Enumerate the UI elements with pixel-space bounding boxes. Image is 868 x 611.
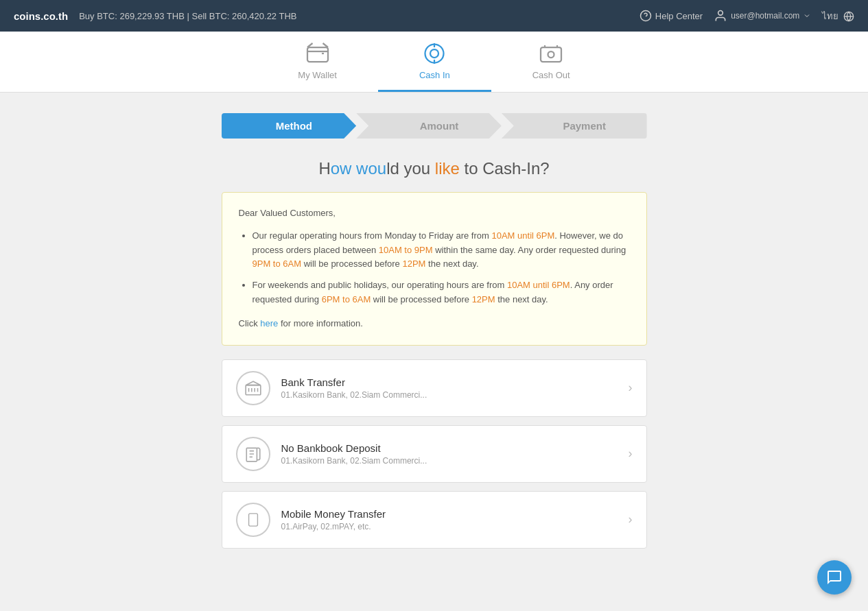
svg-rect-12	[246, 385, 261, 394]
notice-b1-p1: Our regular operating hours from Monday …	[253, 230, 492, 241]
step-amount-label: Amount	[420, 120, 459, 132]
no-bankbook-subtitle: 01.Kasikorn Bank, 02.Siam Commerci...	[281, 456, 629, 466]
notice-b1-h3: 9PM to 6AM	[253, 259, 302, 269]
svg-rect-17	[246, 448, 257, 462]
notice-box: Dear Valued Customers, Our regular opera…	[222, 192, 647, 346]
no-bankbook-title: No Bankbook Deposit	[281, 442, 629, 454]
site-logo[interactable]: coins.co.th	[14, 10, 68, 22]
notice-b1-h1: 10AM until 6PM	[491, 230, 554, 241]
heading-highlight1: ow wou	[331, 159, 386, 178]
language-selector[interactable]: ไทย	[822, 9, 854, 23]
svg-point-7	[430, 49, 438, 58]
notice-b2-p3: will be processed before	[371, 294, 471, 304]
svg-point-11	[548, 51, 554, 58]
notice-b1-h4: 12PM	[402, 259, 425, 269]
mobile-money-title: Mobile Money Transfer	[281, 508, 629, 520]
svg-point-2	[718, 11, 723, 16]
cash-in-icon	[422, 41, 447, 66]
bank-transfer-title: Bank Transfer	[281, 376, 629, 388]
steps-indicator: Method Amount Payment	[222, 113, 647, 139]
help-icon	[640, 10, 652, 22]
top-navigation: coins.co.th Buy BTC: 269,229.93 THB | Se…	[0, 0, 868, 32]
notice-click-here: Click here for more information.	[239, 317, 630, 331]
svg-rect-10	[541, 47, 561, 62]
mobile-money-subtitle: 01.AirPay, 02.mPAY, etc.	[281, 522, 629, 531]
notice-list: Our regular operating hours from Monday …	[239, 229, 630, 307]
help-center-link[interactable]: Help Center	[640, 10, 703, 22]
bank-transfer-text: Bank Transfer 01.Kasikorn Bank, 02.Siam …	[281, 376, 629, 400]
page-heading: How would you like to Cash-In?	[222, 159, 647, 178]
user-email: user@hotmail.com	[731, 11, 799, 21]
language-label: ไทย	[822, 11, 838, 21]
step-method[interactable]: Method	[222, 113, 357, 139]
tab-cash-in-label: Cash In	[419, 70, 450, 80]
sell-price: Sell BTC: 260,420.22 THB	[192, 11, 297, 21]
globe-icon	[843, 11, 854, 22]
chevron-down-icon	[803, 12, 811, 20]
notice-b2-h1: 10AM until 6PM	[507, 280, 570, 290]
no-bankbook-chevron: ›	[629, 446, 633, 461]
svg-rect-5	[307, 47, 328, 62]
mobile-money-chevron: ›	[629, 512, 633, 527]
notice-b2-h3: 12PM	[472, 294, 495, 304]
bank-transfer-icon	[236, 371, 270, 405]
mobile-money-option[interactable]: Mobile Money Transfer 01.AirPay, 02.mPAY…	[222, 491, 647, 549]
btc-prices: Buy BTC: 269,229.93 THB | Sell BTC: 260,…	[79, 11, 296, 21]
no-bankbook-option[interactable]: No Bankbook Deposit 01.Kasikorn Bank, 02…	[222, 425, 647, 483]
step-method-label: Method	[276, 120, 312, 132]
notice-item-1: Our regular operating hours from Monday …	[253, 229, 630, 272]
mobile-money-icon	[236, 503, 270, 537]
step-amount[interactable]: Amount	[356, 113, 502, 139]
buy-price: Buy BTC: 269,229.93 THB	[79, 11, 185, 21]
notice-b1-p3: within the same day. Any order requested…	[433, 245, 626, 255]
no-bankbook-icon	[236, 437, 270, 471]
notice-b2-h2: 6PM to 6AM	[322, 294, 371, 304]
tab-navigation: My Wallet Cash In Cash Out	[0, 32, 868, 93]
price-separator: |	[187, 11, 189, 21]
notice-b1-h2: 10AM to 9PM	[379, 245, 433, 255]
nav-right: Help Center user@hotmail.com ไทย	[640, 9, 854, 23]
bank-transfer-subtitle: 01.Kasikorn Bank, 02.Siam Commerci...	[281, 390, 629, 400]
heading-part2: ld you	[386, 159, 435, 178]
user-icon	[714, 9, 727, 23]
tab-cash-in[interactable]: Cash In	[378, 32, 491, 92]
click-text: Click	[239, 318, 261, 328]
notice-item-2: For weekends and public holidays, our op…	[253, 278, 630, 307]
notice-b1-p5: the next day.	[425, 259, 478, 269]
main-content: Method Amount Payment How would you like…	[215, 113, 654, 549]
chat-button[interactable]	[817, 560, 852, 569]
notice-greeting: Dear Valued Customers,	[239, 206, 630, 221]
no-bankbook-text: No Bankbook Deposit 01.Kasikorn Bank, 02…	[281, 442, 629, 466]
step-payment-label: Payment	[563, 120, 606, 132]
tab-cash-out[interactable]: Cash Out	[491, 32, 611, 92]
tab-my-wallet-label: My Wallet	[298, 70, 337, 80]
mobile-money-text: Mobile Money Transfer 01.AirPay, 02.mPAY…	[281, 508, 629, 531]
heading-part1: H	[318, 159, 330, 178]
notice-b1-p4: will be processed before	[301, 259, 402, 269]
bank-transfer-chevron: ›	[629, 381, 633, 395]
nav-left: coins.co.th Buy BTC: 269,229.93 THB | Se…	[14, 10, 296, 22]
help-center-label: Help Center	[655, 11, 703, 21]
heading-highlight2: like	[435, 159, 460, 178]
notice-b2-p1: For weekends and public holidays, our op…	[253, 280, 507, 290]
heading-part3: to Cash-In?	[460, 159, 550, 178]
tab-my-wallet[interactable]: My Wallet	[257, 32, 378, 92]
user-menu[interactable]: user@hotmail.com	[714, 9, 811, 23]
more-info-link[interactable]: here	[260, 318, 278, 328]
tab-cash-out-label: Cash Out	[532, 70, 570, 80]
cash-out-icon	[539, 41, 563, 66]
click-after: for more information.	[278, 318, 363, 328]
step-payment[interactable]: Payment	[502, 113, 647, 139]
wallet-icon	[305, 41, 330, 66]
bank-transfer-option[interactable]: Bank Transfer 01.Kasikorn Bank, 02.Siam …	[222, 359, 647, 417]
notice-b2-p4: the next day.	[495, 294, 548, 304]
